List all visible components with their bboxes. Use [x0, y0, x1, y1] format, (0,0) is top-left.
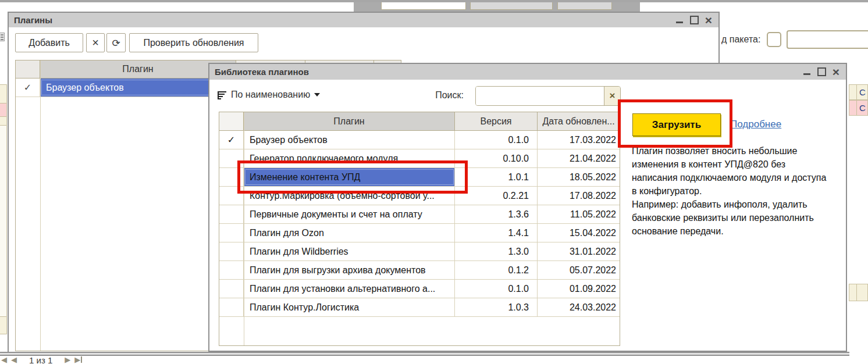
delete-icon: ×: [92, 36, 99, 49]
table-row[interactable]: Первичные документы и счет на оплату 1.3…: [219, 205, 620, 224]
background-status-cell: С: [849, 100, 868, 116]
version-column-header[interactable]: Версия: [455, 112, 538, 130]
row-plugin-name: Браузер объектов: [244, 131, 455, 149]
close-icon[interactable]: ×: [704, 16, 713, 25]
row-plugin-name: Плагин Контур.Логистика: [244, 298, 455, 316]
background-status-cell: [849, 284, 868, 301]
plugin-description: Плагин позволяет вносить небольшие измен…: [632, 144, 837, 238]
table-row[interactable]: Плагин для выгрузки архива документов 0.…: [219, 261, 620, 280]
date-column-header[interactable]: Дата обновлен...: [538, 112, 620, 130]
row-version: 1.0.3: [455, 298, 538, 316]
close-icon[interactable]: ×: [831, 67, 841, 77]
package-field-label: д пакета:: [721, 34, 760, 45]
check-column-header[interactable]: [219, 112, 244, 130]
background-toolbar-fragment: [354, 2, 640, 12]
search-input[interactable]: [476, 87, 604, 105]
background-cell-fragment: [0, 84, 7, 104]
sort-dropdown-label: По наименованию: [231, 90, 310, 100]
plugin-column-header[interactable]: Плагин: [244, 112, 455, 130]
table-row[interactable]: Плагин для Wildberries 1.3.0 31.01.2022: [219, 242, 620, 261]
row-check-icon: [219, 280, 244, 298]
background-field-fragment: [470, 2, 553, 10]
row-version: 0.1.0: [455, 280, 538, 298]
background-field-fragment: [557, 2, 612, 10]
row-check-icon: [219, 261, 244, 279]
library-table: Плагин Версия Дата обновлен... ✓ Браузер…: [219, 112, 620, 346]
last-page-icon[interactable]: ▶: [74, 356, 82, 364]
minimize-icon[interactable]: [675, 16, 684, 25]
screen: д пакета: С С Плагины × Добавить × ⟳ Про…: [0, 0, 868, 364]
row-plugin-name: Плагин для выгрузки архива документов: [244, 261, 455, 279]
table-row[interactable]: Плагин для Ozon 1.4.1 15.04.2022: [219, 224, 620, 242]
plugins-window-title: Плагины: [14, 15, 52, 25]
check-updates-button[interactable]: Проверить обновления: [129, 33, 258, 52]
next-page-icon[interactable]: ▶: [65, 356, 70, 364]
search-box: ×: [475, 86, 621, 106]
row-check-icon: ✓: [16, 78, 40, 97]
row-version: 0.1.0: [455, 131, 538, 149]
annotation-box-selected-row: [237, 160, 468, 194]
row-version: 1.3.6: [455, 205, 538, 223]
check-column-header[interactable]: [16, 60, 40, 78]
column-separator: [244, 112, 244, 345]
background-icon-fragment: [0, 33, 5, 41]
row-check-icon: [219, 298, 244, 316]
details-link[interactable]: Подробнее: [730, 119, 781, 130]
plugins-window-titlebar[interactable]: Плагины ×: [9, 13, 718, 27]
search-label: Поиск:: [433, 90, 464, 101]
library-table-header: Плагин Версия Дата обновлен...: [219, 112, 620, 131]
row-date: 05.07.2022: [538, 261, 620, 279]
dialog-title: Библиотека плагинов: [215, 67, 309, 77]
sort-dropdown[interactable]: По наименованию: [231, 90, 320, 100]
prev-page-icon[interactable]: ◀: [11, 356, 17, 364]
refresh-button[interactable]: ⟳: [106, 33, 126, 52]
annotation-box-load-button: [618, 99, 732, 148]
row-date: 11.05.2022: [538, 205, 620, 223]
row-version: 1.4.1: [455, 224, 538, 242]
row-date: 01.09.2022: [538, 280, 620, 298]
maximize-icon[interactable]: [689, 16, 699, 25]
row-date: 15.04.2022: [538, 224, 620, 242]
row-version: 1.3.0: [455, 242, 538, 260]
row-plugin-name: Плагин для Ozon: [244, 224, 455, 242]
maximize-icon[interactable]: [817, 67, 826, 77]
chevron-down-icon: [314, 93, 320, 97]
sort-icon: [218, 91, 227, 99]
add-plugin-button[interactable]: Добавить: [15, 33, 83, 52]
first-page-icon[interactable]: ◀: [1, 356, 7, 364]
row-check-icon: [219, 205, 244, 223]
row-date: 18.05.2022: [538, 168, 620, 186]
row-version: 0.1.2: [455, 261, 538, 279]
status-cell-text: С: [859, 103, 866, 113]
page-indicator: 1 из 1: [29, 355, 52, 364]
row-date: 17.03.2022: [538, 131, 620, 149]
refresh-icon: ⟳: [112, 37, 120, 49]
row-plugin-name: Браузер объектов: [40, 78, 236, 97]
package-checkbox[interactable]: [767, 32, 781, 47]
background-cell-fragment: [0, 116, 7, 126]
background-cell-fragment: [0, 316, 7, 334]
plugin-column-header[interactable]: Плагин: [40, 60, 236, 78]
status-cell-text: С: [859, 87, 866, 97]
row-date: 21.04.2022: [538, 149, 620, 167]
row-plugin-name: Плагин для Wildberries: [244, 242, 455, 260]
background-cell-fragment: [0, 103, 7, 117]
package-input[interactable]: [787, 30, 868, 49]
window-bottom-edge: [0, 352, 849, 356]
background-status-cell: С: [849, 84, 868, 100]
table-row[interactable]: ✓ Браузер объектов 0.1.0 17.03.2022: [219, 131, 620, 149]
row-date: 31.01.2022: [538, 242, 620, 260]
background-field-fragment: [381, 2, 466, 10]
minimize-icon[interactable]: [802, 67, 812, 77]
row-plugin-name: Первичные документы и счет на оплату: [244, 205, 455, 223]
row-date: 17.08.2022: [538, 187, 620, 205]
column-separator: [40, 60, 41, 351]
plugin-library-dialog: Библиотека плагинов × По наименованию По…: [208, 63, 847, 352]
table-row[interactable]: Плагин Контур.Логистика 1.0.3 24.03.2022: [219, 298, 620, 317]
table-row[interactable]: Плагин для установки альтернативного а..…: [219, 280, 620, 298]
background-cell-fragment: [0, 125, 7, 317]
remove-plugin-button[interactable]: ×: [86, 33, 105, 52]
dialog-titlebar[interactable]: Библиотека плагинов ×: [209, 64, 846, 80]
pagination: ◀ ◀ 1 из 1 ▶ ▶: [1, 356, 82, 364]
row-check-icon: [219, 242, 244, 260]
